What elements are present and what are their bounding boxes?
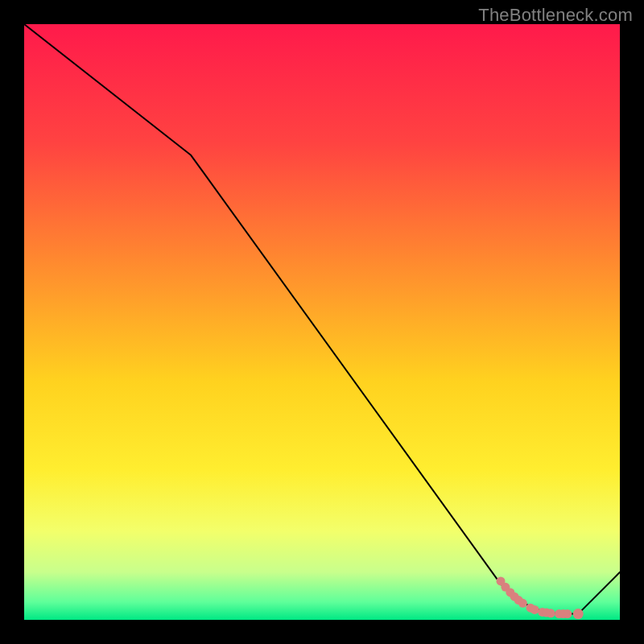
chart-background <box>24 24 620 620</box>
watermark-text: TheBottleneck.com <box>478 5 633 26</box>
chart-frame: TheBottleneck.com <box>0 0 644 644</box>
marker-dot <box>573 609 584 619</box>
marker-dot <box>563 609 572 618</box>
marker-dot <box>530 605 539 614</box>
marker-dot <box>518 599 527 608</box>
marker-dot <box>547 609 555 617</box>
bottleneck-chart <box>24 24 620 620</box>
